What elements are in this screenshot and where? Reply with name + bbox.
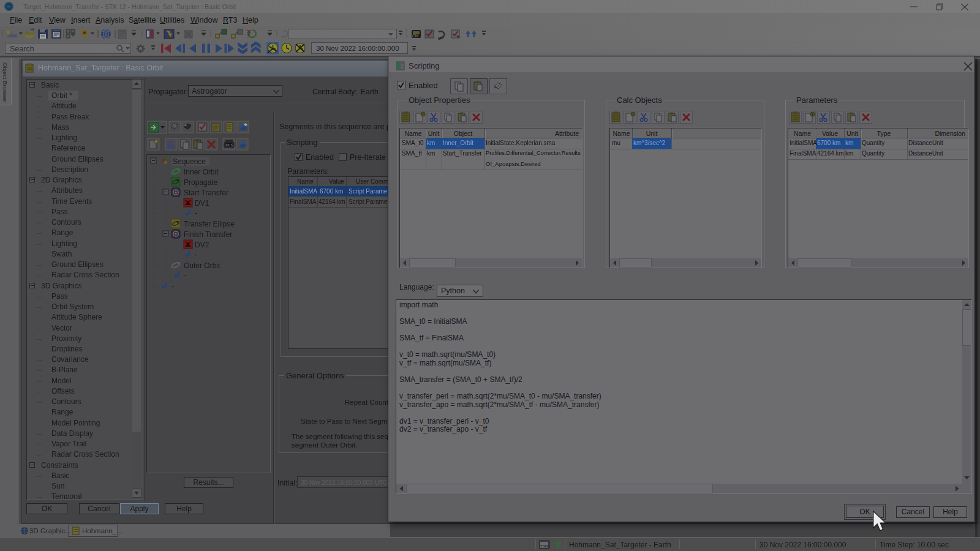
svg-text:MCS: MCS — [540, 545, 548, 549]
svg-text:MCS: MCS — [226, 144, 233, 147]
svg-text:3: 3 — [247, 34, 249, 38]
svg-text:OM: OM — [412, 34, 418, 38]
